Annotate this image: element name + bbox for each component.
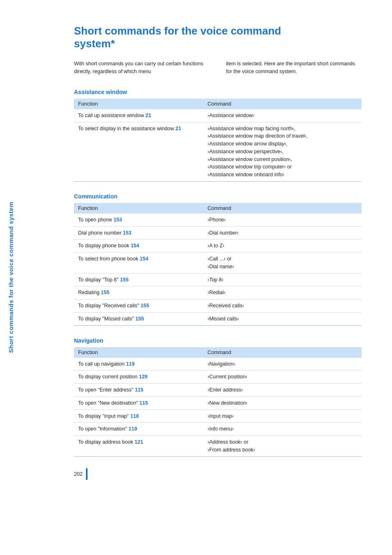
page-ref[interactable]: 121 (135, 439, 143, 445)
table-row: To select from phone book 154›Call ...‹ … (74, 253, 362, 274)
table-row: To display "Missed calls" 155›Missed cal… (74, 312, 362, 325)
col-header: Function (74, 99, 203, 109)
main-content: Short commands for the voice command sys… (25, 0, 378, 496)
function-cell: Redialing 155 (74, 286, 203, 299)
table-row: To select display in the assistance wind… (74, 122, 362, 181)
section-heading-assistance: Assistance window (74, 89, 362, 95)
page-ref[interactable]: 155 (141, 303, 149, 309)
page-ref[interactable]: 21 (145, 113, 151, 118)
function-cell: To display phone book 154 (74, 240, 203, 253)
page-ref[interactable]: 153 (123, 230, 131, 236)
function-text: To display address book (78, 439, 135, 445)
function-cell: To call up assistance window 21 (74, 109, 203, 122)
table-row: Dial phone number 153›Dial number‹ (74, 226, 362, 240)
table-assistance: FunctionCommandTo call up assistance win… (74, 99, 362, 182)
page-ref[interactable]: 155 (120, 277, 129, 283)
command-cell: ›Info menu‹ (203, 423, 362, 436)
command-cell: ›Assistance window map facing north‹,›As… (203, 122, 362, 181)
function-cell: To display address book 121 (74, 436, 203, 457)
function-text: To display "Missed calls" (78, 316, 135, 322)
table-communication: FunctionCommandTo open phone 153›Phone‹D… (74, 203, 362, 326)
page-marker-line (86, 468, 88, 480)
command-cell: ›New destination‹ (203, 396, 362, 410)
command-cell: ›Top 8‹ (203, 273, 362, 286)
section-heading-communication: Communication (74, 193, 362, 200)
page-ref[interactable]: 129 (139, 374, 148, 380)
table-row: To call up assistance window 21›Assistan… (74, 109, 362, 122)
col-header: Command (203, 203, 362, 214)
command-cell: ›A to Z‹ (203, 240, 362, 253)
table-row: To open "Enter address" 115›Enter addres… (74, 384, 362, 397)
function-text: To open phone (78, 217, 113, 223)
page-number-area: 202 (74, 468, 362, 480)
command-cell: ›Enter address‹ (203, 384, 362, 397)
function-cell: To open "New destination" 115 (74, 396, 203, 410)
function-cell: To display "Input map" 118 (74, 410, 203, 423)
page-number-text: 202 (74, 471, 83, 477)
intro-right: item is selected. Here are the important… (226, 60, 362, 76)
command-cell: ›Missed calls‹ (203, 312, 362, 325)
function-text: To select display in the assistance wind… (78, 126, 175, 131)
page-ref[interactable]: 155 (101, 290, 110, 295)
function-cell: To display "Received calls" 155 (74, 299, 203, 313)
command-cell: ›Dial number‹ (203, 226, 362, 240)
function-text: To display "Input map" (78, 413, 130, 419)
function-text: To display "Received calls" (78, 303, 141, 309)
function-text: To call up navigation (78, 361, 126, 367)
function-cell: To call up navigation 119 (74, 358, 203, 371)
function-text: To call up assistance window (78, 113, 145, 118)
function-cell: To open "Information" 119 (74, 423, 203, 436)
function-cell: To select from phone book 154 (74, 253, 203, 274)
page-marker: 202 (74, 468, 88, 480)
sidebar-label: Short commands for the voice command sys… (7, 202, 14, 353)
function-text: To select from phone book (78, 256, 140, 262)
function-cell: To open "Enter address" 115 (74, 384, 203, 397)
command-cell: ›Input map‹ (203, 410, 362, 423)
page-ref[interactable]: 154 (131, 243, 139, 249)
page-ref[interactable]: 118 (130, 413, 139, 419)
command-cell: ›Current position‹ (203, 371, 362, 384)
intro-left: With short commands you can carry out ce… (74, 60, 210, 76)
table-navigation: FunctionCommandTo call up navigation 119… (74, 347, 362, 457)
page-ref[interactable]: 21 (175, 126, 181, 131)
table-row: To display "Received calls" 155›Received… (74, 299, 362, 313)
page-ref[interactable]: 115 (135, 387, 143, 393)
col-header: Function (74, 347, 203, 358)
command-cell: ›Navigation‹ (203, 358, 362, 371)
table-row: To open "New destination" 115›New destin… (74, 396, 362, 410)
function-cell: To display "Top 8" 155 (74, 273, 203, 286)
table-row: Redialing 155›Redial‹ (74, 286, 362, 299)
function-cell: Dial phone number 153 (74, 226, 203, 240)
command-cell: ›Phone‹ (203, 214, 362, 226)
page-ref[interactable]: 154 (140, 256, 148, 262)
command-cell: ›Call ...‹ or›Dial name‹ (203, 253, 362, 274)
function-text: Redialing (78, 290, 101, 295)
section-heading-navigation: Navigation (74, 337, 362, 344)
page-ref[interactable]: 119 (129, 426, 137, 432)
page-ref[interactable]: 119 (126, 361, 135, 367)
command-cell: ›Received calls‹ (203, 299, 362, 313)
function-text: To display current position (78, 374, 139, 380)
function-text: To display "Top 8" (78, 277, 120, 283)
function-cell: To display "Missed calls" 155 (74, 312, 203, 325)
col-header: Command (203, 347, 362, 358)
page-ref[interactable]: 155 (135, 316, 144, 322)
table-row: To display address book 121›Address book… (74, 436, 362, 457)
table-row: To open phone 153›Phone‹ (74, 214, 362, 226)
sections-container: Assistance windowFunctionCommandTo call … (74, 89, 362, 457)
page-ref[interactable]: 153 (113, 217, 122, 223)
function-text: To open "New destination" (78, 400, 139, 406)
col-header: Command (203, 99, 362, 109)
function-cell: To select display in the assistance wind… (74, 122, 203, 181)
function-text: To open "Enter address" (78, 387, 135, 393)
function-cell: To display current position 129 (74, 371, 203, 384)
function-text: Dial phone number (78, 230, 123, 236)
function-text: To display phone book (78, 243, 131, 249)
page-title: Short commands for the voice command sys… (74, 25, 362, 50)
page-ref[interactable]: 115 (139, 400, 148, 406)
table-row: To call up navigation 119›Navigation‹ (74, 358, 362, 371)
table-row: To display phone book 154›A to Z‹ (74, 240, 362, 253)
col-header: Function (74, 203, 203, 214)
table-row: To display "Input map" 118›Input map‹ (74, 410, 362, 423)
table-row: To display current position 129›Current … (74, 371, 362, 384)
